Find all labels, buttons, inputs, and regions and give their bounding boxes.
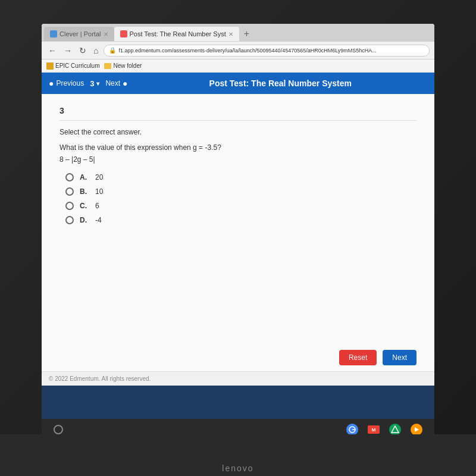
tab-clever-label: Clever | Portal [60,30,101,37]
choice-d[interactable]: D. -4 [65,216,416,224]
bookmark-epic[interactable]: EPIC Curriculum [46,62,99,70]
copyright-bar: © 2022 Edmentum. All rights reserved. [42,371,434,386]
url-bar[interactable]: 🔒 f1.app.edmentum.com/assessments-delive… [104,45,430,57]
question-number-box: 3 [60,106,416,121]
drive-icon[interactable] [389,424,401,436]
tab-edmentum[interactable]: Post Test: The Real Number Syst ✕ [114,27,239,41]
dropdown-arrow-icon: ▾ [96,80,99,87]
next-toolbar-label: Next [105,79,120,87]
bookmark-folder-label: New folder [113,62,142,69]
copyright-text: © 2022 Edmentum. All rights reserved. [49,375,151,382]
radio-b[interactable] [65,187,74,196]
question-instruction: Select the correct answer. [60,128,416,136]
back-button[interactable]: ← [46,46,58,55]
bookmark-icon [46,62,54,70]
new-tab-button[interactable]: + [239,29,254,39]
choice-c-label: C. [80,202,89,210]
choice-c[interactable]: C. 6 [65,202,416,210]
secure-icon: 🔒 [109,47,116,54]
forward-button[interactable]: → [62,46,74,55]
answer-choices: A. 20 B. 10 C. 6 D. -4 [65,173,416,224]
tab-edmentum-close[interactable]: ✕ [228,31,233,37]
next-button[interactable]: Next [383,350,416,365]
next-toolbar-button[interactable]: Next ● [105,79,127,88]
radio-a[interactable] [65,173,74,181]
previous-label: Previous [56,79,84,87]
choice-a-value: 20 [95,173,103,181]
assessment-title: Post Test: The Real Number System [134,79,427,88]
tab-clever[interactable]: Clever | Portal ✕ [44,27,114,41]
browser-chrome: Clever | Portal ✕ Post Test: The Real Nu… [42,24,434,94]
choice-d-label: D. [80,216,89,224]
radio-c[interactable] [65,202,74,210]
question-number: 3 [60,106,64,115]
laptop-bottom: lenovo [0,434,476,476]
previous-button[interactable]: ● Previous [49,79,84,88]
home-button[interactable]: ⌂ [92,46,100,55]
google-icon[interactable] [346,424,358,436]
edmentum-favicon [120,30,127,37]
url-text: f1.app.edmentum.com/assessments-delivery… [118,48,376,54]
screen-area: Clever | Portal ✕ Post Test: The Real Nu… [42,24,434,428]
assessment-toolbar: ● Previous 3 ▾ Next ● Post Test: The Rea… [42,73,434,94]
bookmarks-bar: EPIC Curriculum New folder [42,60,434,73]
question-area: 3 Select the correct answer. What is the… [42,94,434,344]
refresh-button[interactable]: ↻ [77,46,88,55]
choice-a-label: A. [80,173,89,181]
radio-d[interactable] [65,216,74,224]
nav-bar: ← → ↻ ⌂ 🔒 f1.app.edmentum.com/assessment… [42,42,434,60]
question-expression: 8 – |2g – 5| [60,155,416,164]
tab-clever-close[interactable]: ✕ [104,31,108,37]
tab-edmentum-label: Post Test: The Real Number Syst [130,30,226,37]
clever-favicon [50,30,57,37]
gmail-icon[interactable]: M [368,425,380,434]
question-content: 3 Select the correct answer. What is the… [42,94,434,386]
question-number-badge[interactable]: 3 ▾ [90,79,99,88]
folder-icon [104,63,111,69]
play-icon[interactable] [411,424,422,436]
choice-b-label: B. [80,187,89,196]
svg-marker-2 [415,427,419,432]
svg-marker-1 [392,426,399,433]
reset-button[interactable]: Reset [339,350,377,365]
choice-b[interactable]: B. 10 [65,187,416,196]
question-number-display: 3 [90,79,94,88]
lenovo-brand: lenovo [222,464,253,473]
taskbar-icons: M [346,424,422,436]
question-text: What is the value of this expression whe… [60,143,416,152]
choice-d-value: -4 [95,216,102,224]
next-toolbar-icon: ● [123,79,127,88]
previous-icon: ● [49,79,54,88]
taskbar-circle [54,425,63,434]
footer-buttons: Reset Next [42,344,434,371]
bookmark-epic-label: EPIC Curriculum [55,62,99,69]
bookmark-folder[interactable]: New folder [104,62,142,69]
tab-bar: Clever | Portal ✕ Post Test: The Real Nu… [42,24,434,42]
choice-a[interactable]: A. 20 [65,173,416,181]
choice-c-value: 6 [95,202,99,210]
choice-b-value: 10 [95,187,103,196]
